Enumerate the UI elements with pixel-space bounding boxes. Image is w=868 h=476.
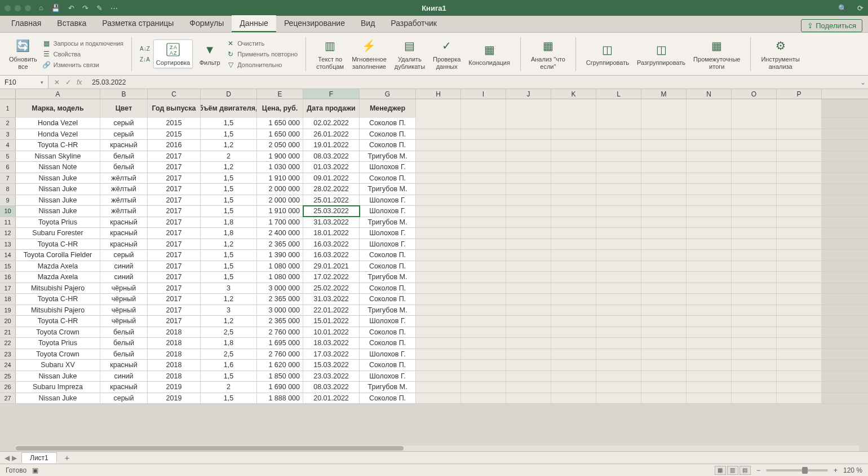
column-header[interactable]: B — [100, 89, 148, 99]
cell[interactable] — [687, 327, 732, 338]
cell[interactable]: Subaru Impreza — [16, 382, 100, 393]
cell[interactable]: 1 850 000 — [257, 371, 303, 382]
cell[interactable] — [596, 294, 641, 305]
cell[interactable] — [416, 360, 461, 371]
cell[interactable]: 1,5 — [201, 206, 257, 217]
cell[interactable] — [732, 250, 777, 261]
cell[interactable]: 1 695 000 — [257, 338, 303, 349]
cell[interactable] — [641, 151, 687, 162]
cell[interactable]: Toyota Corolla Fielder — [16, 250, 100, 261]
cell[interactable]: 2017 — [148, 228, 201, 239]
remove-duplicates-button[interactable]: ▤Удалить дубликаты — [392, 37, 427, 71]
cell[interactable]: 18.01.2022 — [303, 228, 360, 239]
macro-record-icon[interactable]: ▣ — [32, 466, 38, 474]
cell[interactable] — [641, 349, 687, 360]
cell[interactable] — [641, 239, 687, 250]
cell[interactable] — [416, 195, 461, 206]
cell[interactable] — [732, 239, 777, 250]
cell[interactable]: красный — [100, 228, 148, 239]
row-header[interactable]: 5 — [0, 151, 16, 162]
cell[interactable] — [416, 140, 461, 151]
cell[interactable] — [596, 239, 641, 250]
cell[interactable]: Соколов П. — [360, 261, 416, 272]
cell[interactable]: Mitsubishi Pajero — [16, 305, 100, 316]
cell[interactable] — [461, 294, 506, 305]
cell[interactable]: 2,5 — [201, 327, 257, 338]
cell[interactable]: 2017 — [148, 173, 201, 184]
cell[interactable]: 17.02.2022 — [303, 272, 360, 283]
cell[interactable]: 2017 — [148, 206, 201, 217]
column-header[interactable]: L — [596, 89, 641, 99]
cell[interactable]: Toyota C-HR — [16, 239, 100, 250]
cell[interactable] — [596, 184, 641, 195]
cell[interactable] — [596, 393, 641, 404]
cell[interactable]: Соколов П. — [360, 283, 416, 294]
cell[interactable]: 1 650 000 — [257, 118, 303, 129]
home-icon[interactable]: ⌂ — [39, 4, 43, 12]
cell[interactable]: Шолохов Г. — [360, 239, 416, 250]
cell[interactable]: жёлтый — [100, 173, 148, 184]
cell[interactable] — [641, 99, 687, 118]
cell[interactable]: жёлтый — [100, 206, 148, 217]
cell[interactable] — [461, 239, 506, 250]
sort-desc-icon[interactable]: Z↓A — [140, 56, 150, 63]
cell[interactable]: 1,5 — [201, 371, 257, 382]
cell[interactable] — [687, 217, 732, 228]
cell[interactable]: Шолохов Г. — [360, 162, 416, 173]
cell[interactable] — [416, 294, 461, 305]
cell[interactable] — [416, 250, 461, 261]
cell[interactable] — [551, 151, 596, 162]
cell[interactable] — [641, 393, 687, 404]
cell[interactable] — [596, 140, 641, 151]
cell[interactable]: Тригубов М. — [360, 382, 416, 393]
cell[interactable]: Шолохов Г. — [360, 349, 416, 360]
cell[interactable] — [461, 338, 506, 349]
cell[interactable] — [732, 140, 777, 151]
cell[interactable] — [506, 283, 551, 294]
cell[interactable] — [777, 294, 822, 305]
cell[interactable] — [732, 173, 777, 184]
cell[interactable]: 1 080 000 — [257, 272, 303, 283]
cell[interactable] — [687, 184, 732, 195]
maximize-window[interactable] — [25, 5, 31, 11]
cell[interactable]: 1 390 000 — [257, 250, 303, 261]
cell[interactable] — [506, 360, 551, 371]
ribbon-tab[interactable]: Вставка — [49, 15, 94, 32]
cell[interactable] — [641, 294, 687, 305]
cell[interactable]: 1,5 — [201, 261, 257, 272]
cell[interactable]: 2 — [201, 382, 257, 393]
subtotals-button[interactable]: ▦Промежуточные итоги — [691, 37, 742, 71]
column-header[interactable]: H — [416, 89, 461, 99]
ribbon-tab[interactable]: Данные — [232, 15, 276, 32]
row-header[interactable]: 19 — [0, 305, 16, 316]
cell[interactable]: 2017 — [148, 162, 201, 173]
cell[interactable]: белый — [100, 338, 148, 349]
cell[interactable] — [641, 261, 687, 272]
cell[interactable]: 2 000 000 — [257, 184, 303, 195]
table-header-cell[interactable]: Дата продажи — [303, 99, 360, 118]
cell[interactable] — [551, 382, 596, 393]
cell[interactable] — [641, 327, 687, 338]
ribbon-tab[interactable]: Рецензирование — [276, 15, 353, 32]
cell[interactable]: серый — [100, 393, 148, 404]
cell[interactable] — [687, 305, 732, 316]
cell[interactable] — [551, 118, 596, 129]
cell[interactable]: 3 — [201, 283, 257, 294]
row-header[interactable]: 7 — [0, 173, 16, 184]
cell[interactable]: 1,5 — [201, 184, 257, 195]
cell[interactable]: Шолохов Г. — [360, 195, 416, 206]
cell[interactable]: Toyota C-HR — [16, 316, 100, 327]
cell[interactable] — [416, 316, 461, 327]
cell[interactable] — [416, 217, 461, 228]
cell[interactable]: Nissan Juke — [16, 371, 100, 382]
name-box-dropdown-icon[interactable]: ▾ — [41, 80, 43, 85]
cell[interactable] — [596, 371, 641, 382]
cell[interactable] — [416, 382, 461, 393]
redo-icon[interactable]: ↷ — [82, 4, 88, 12]
row-header[interactable]: 6 — [0, 162, 16, 173]
cell[interactable]: 2 — [201, 151, 257, 162]
column-header[interactable]: I — [461, 89, 506, 99]
row-header[interactable]: 15 — [0, 261, 16, 272]
cell[interactable] — [777, 239, 822, 250]
cell[interactable] — [506, 162, 551, 173]
